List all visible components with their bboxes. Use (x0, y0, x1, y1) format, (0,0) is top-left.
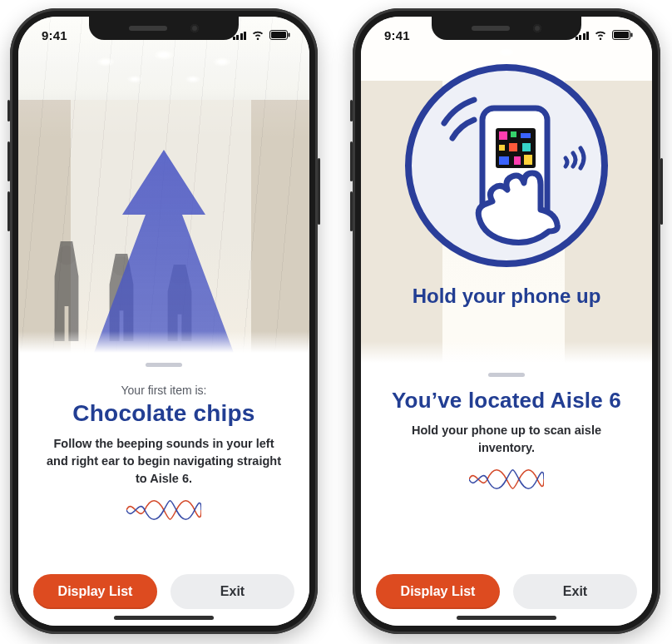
hold-phone-illustration (403, 62, 610, 270)
volume-up-button (7, 141, 10, 181)
bottom-sheet[interactable]: You’ve located Aisle 6 Hold your phone u… (361, 363, 652, 626)
svg-rect-18 (499, 156, 509, 165)
camera-viewfinder[interactable] (18, 17, 309, 364)
svg-rect-15 (499, 145, 505, 151)
svg-rect-12 (499, 131, 507, 140)
svg-rect-5 (614, 32, 629, 38)
svg-rect-20 (524, 155, 532, 165)
action-button-row: Display List Exit (361, 574, 652, 609)
mute-switch (350, 100, 353, 121)
battery-icon (612, 30, 634, 40)
item-eyebrow: Your first item is: (42, 384, 286, 397)
home-indicator[interactable] (457, 616, 556, 620)
exit-button[interactable]: Exit (170, 574, 294, 609)
speaker-grille (472, 26, 510, 31)
sheet-fade (361, 341, 652, 363)
device-notch (432, 17, 581, 40)
status-time: 9:41 (384, 28, 410, 42)
status-icons (576, 30, 635, 40)
overlay-caption: Hold your phone up (361, 285, 652, 308)
status-time: 9:41 (42, 28, 67, 42)
home-indicator[interactable] (114, 616, 214, 620)
battery-icon (269, 30, 291, 40)
audio-waveform-icon (126, 499, 201, 521)
svg-rect-17 (522, 143, 531, 151)
location-title: You’ve located Aisle 6 (384, 389, 629, 414)
svg-rect-14 (521, 133, 531, 138)
qr-code-icon (496, 128, 536, 168)
drag-handle-icon[interactable] (488, 373, 525, 377)
svg-rect-13 (511, 131, 516, 137)
audio-waveform-icon (469, 468, 544, 490)
sheet-fade (18, 331, 309, 353)
bottom-sheet[interactable]: Your first item is: Chocolate chips Foll… (18, 353, 309, 626)
display-list-button[interactable]: Display List (33, 574, 157, 609)
volume-down-button (7, 191, 10, 231)
device-frame-right: 9:41 (353, 8, 660, 634)
svg-rect-6 (631, 33, 633, 37)
screen-scan-prompt: 9:41 (361, 17, 652, 626)
camera-viewfinder[interactable]: Hold your phone up (361, 17, 652, 373)
screen-navigation: 9:41 (18, 17, 309, 626)
drag-handle-icon[interactable] (146, 363, 182, 367)
wifi-icon (251, 30, 264, 40)
device-frame-left: 9:41 (10, 8, 318, 634)
front-camera (190, 24, 199, 32)
svg-rect-19 (514, 156, 521, 165)
mute-switch (7, 100, 10, 121)
svg-rect-2 (289, 33, 290, 37)
item-title: Chocolate chips (42, 400, 286, 427)
power-button (660, 158, 663, 225)
action-button-row: Display List Exit (18, 574, 309, 609)
wifi-icon (594, 30, 607, 40)
volume-up-button (350, 141, 353, 181)
speaker-grille (129, 26, 167, 31)
device-notch (89, 17, 239, 40)
power-button (318, 158, 320, 225)
front-camera (533, 24, 541, 32)
instruction-text: Follow the beeping sounds in your left a… (47, 435, 281, 488)
volume-down-button (350, 191, 353, 231)
display-list-button[interactable]: Display List (376, 574, 500, 609)
svg-rect-1 (271, 32, 286, 38)
instruction-text: Hold your phone up to scan aisle invento… (389, 422, 624, 457)
svg-rect-16 (509, 143, 517, 151)
exit-button[interactable]: Exit (513, 574, 637, 609)
mockup-stage: 9:41 (0, 0, 672, 644)
status-icons (233, 30, 292, 40)
